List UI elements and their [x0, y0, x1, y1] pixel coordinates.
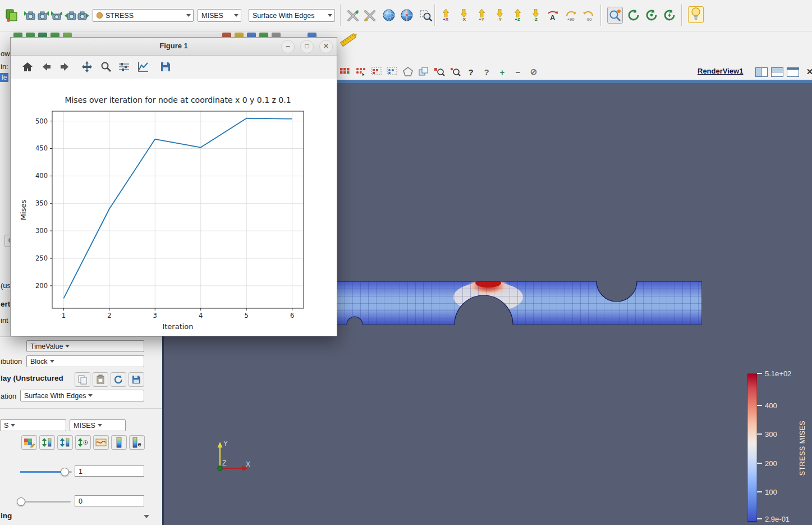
svg-text:4: 4: [199, 312, 203, 319]
rescale-custom-range-button[interactable]: [57, 435, 73, 450]
chart-ylabel: Mises: [19, 176, 28, 244]
opacity-slider[interactable]: [20, 468, 72, 476]
copy-display-button[interactable]: [75, 372, 90, 387]
pan-icon[interactable]: [79, 59, 95, 75]
point-data-icon: [97, 12, 103, 19]
slider-handle[interactable]: [17, 497, 25, 506]
panel-scroll-arrow[interactable]: [144, 515, 149, 518]
chevron-down-icon: [50, 360, 54, 363]
view-minus-y-button[interactable]: -Y: [492, 7, 507, 23]
forward-icon[interactable]: [57, 59, 72, 75]
edit-parameters-icon[interactable]: [135, 59, 151, 75]
camera-restore-icon[interactable]: [76, 8, 91, 24]
svg-text:350: 350: [35, 199, 48, 207]
configure-subplots-icon[interactable]: [116, 59, 132, 75]
svg-text:6: 6: [290, 312, 294, 319]
tick-dash: [757, 491, 762, 492]
render-view-title[interactable]: RenderView1: [698, 67, 743, 75]
color-array-combo[interactable]: STRESS: [93, 9, 194, 22]
hover-cells-icon[interactable]: ?: [464, 65, 478, 79]
shrink-selection-icon[interactable]: −: [511, 65, 525, 79]
hover-points-icon[interactable]: ?: [480, 65, 493, 79]
reset-camera-closest-icon[interactable]: [626, 7, 641, 23]
adjust-camera-icon[interactable]: [607, 7, 623, 24]
axis-button-label: +X: [443, 17, 448, 22]
interactive-select-cells-icon[interactable]: [433, 65, 446, 79]
view-plus-z-button[interactable]: +Z: [510, 7, 525, 23]
interactive-select-points-icon[interactable]: [448, 65, 462, 79]
view-plus-y-button[interactable]: +Y: [474, 7, 489, 23]
maximize-button[interactable]: □: [300, 40, 314, 53]
axis-button-label: +Z: [515, 17, 520, 22]
select-frustum-cells-icon[interactable]: [370, 65, 383, 79]
show-color-legend-button[interactable]: [111, 435, 127, 450]
representation-combo[interactable]: Surface With Edges: [249, 9, 335, 22]
chevron-down-icon: [328, 14, 332, 17]
rotate-camera-icon[interactable]: A: [545, 7, 560, 23]
zoom-to-box-icon[interactable]: [419, 8, 433, 24]
panel-divider: [0, 408, 162, 409]
ruler-icon[interactable]: [339, 31, 359, 47]
center-of-rotation-icon[interactable]: [400, 7, 414, 23]
zoom-to-data-icon[interactable]: [363, 8, 377, 24]
component-combo[interactable]: MISES: [198, 9, 241, 22]
grow-selection-icon[interactable]: +: [496, 65, 509, 79]
camera-save-icon[interactable]: [63, 8, 77, 24]
camera-redo-icon[interactable]: [36, 8, 51, 24]
back-icon[interactable]: [39, 59, 54, 75]
paste-display-button[interactable]: [93, 372, 108, 387]
save-display-button[interactable]: [129, 372, 144, 387]
secondary-slider[interactable]: [17, 497, 71, 505]
zoom-icon[interactable]: [98, 59, 114, 75]
minimize-button[interactable]: –: [281, 40, 295, 53]
rotate-90-ccw-icon[interactable]: +90: [562, 7, 579, 22]
select-block-icon[interactable]: [417, 65, 430, 79]
edit-color-legend-button[interactable]: e: [129, 435, 145, 450]
orientation-axes-toggle-icon[interactable]: [382, 7, 396, 23]
slider-handle[interactable]: [61, 468, 69, 476]
figure-titlebar[interactable]: Figure 1 – □ ✕: [11, 38, 337, 56]
secondary-value-field[interactable]: 0: [75, 495, 144, 506]
reload-display-button[interactable]: [111, 372, 126, 387]
close-view-icon[interactable]: ✕: [803, 65, 812, 79]
split-vertical-icon[interactable]: [770, 65, 784, 79]
maximize-view-icon[interactable]: [786, 65, 800, 79]
split-horizontal-icon[interactable]: [755, 65, 768, 79]
colorbar[interactable]: [747, 373, 757, 522]
time-value-combo[interactable]: TimeValue: [26, 340, 144, 352]
view-plus-x-button[interactable]: +X: [438, 7, 453, 23]
clear-selection-icon[interactable]: ⊘: [527, 65, 540, 79]
coloring-array-value: S: [4, 422, 8, 430]
save-figure-icon[interactable]: [158, 59, 173, 75]
distribution-combo[interactable]: Block: [26, 355, 144, 367]
select-cells-on-icon[interactable]: [338, 65, 352, 79]
colorbar-tick: 100: [757, 488, 777, 496]
selected-pipeline-item[interactable]: le: [0, 73, 8, 82]
camera-link-icon[interactable]: [49, 8, 64, 24]
coloring-component-combo[interactable]: MISES: [70, 419, 126, 431]
app-icon[interactable]: [4, 7, 19, 23]
camera-undo-icon[interactable]: [22, 8, 37, 24]
opacity-value-field[interactable]: 1: [75, 465, 144, 477]
select-points-on-icon[interactable]: [354, 65, 368, 79]
home-icon[interactable]: [20, 59, 35, 75]
choose-preset-button[interactable]: [93, 435, 109, 450]
close-button[interactable]: ✕: [319, 40, 333, 53]
figure-canvas[interactable]: Mises over iteration for node at coordin…: [11, 79, 337, 336]
light-kit-toggle-icon[interactable]: [688, 6, 704, 23]
panel-representation-combo[interactable]: Surface With Edges: [20, 390, 144, 401]
rescale-visible-range-button[interactable]: [75, 435, 91, 450]
zoom-closest-to-data-icon[interactable]: [644, 7, 659, 23]
reset-camera-icon[interactable]: [346, 8, 360, 24]
tick-dash: [757, 463, 762, 464]
chevron-down-icon: [11, 424, 15, 427]
rotate-90-cw-icon[interactable]: -90: [580, 7, 597, 22]
edit-color-map-button[interactable]: [21, 435, 37, 450]
coloring-array-combo[interactable]: S: [0, 419, 66, 431]
view-minus-z-button[interactable]: -Z: [527, 7, 543, 23]
select-frustum-points-icon[interactable]: [386, 65, 399, 79]
select-polygon-icon[interactable]: [401, 65, 415, 79]
reset-camera-direction-icon[interactable]: [662, 7, 677, 23]
view-minus-x-button[interactable]: -X: [456, 7, 471, 23]
rescale-data-range-button[interactable]: [39, 435, 55, 450]
